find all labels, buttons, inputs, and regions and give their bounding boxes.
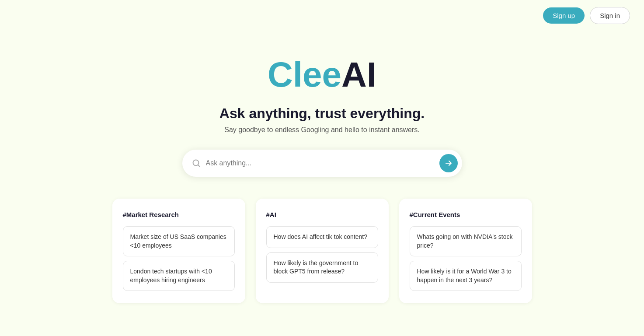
search-icon [192, 159, 201, 168]
query-ai-tiktok[interactable]: How does AI affect tik tok content? [266, 226, 378, 248]
card-ai: #AI How does AI affect tik tok content? … [256, 199, 389, 303]
card-tag-ai: #AI [266, 211, 378, 218]
search-input[interactable] [206, 159, 439, 167]
card-tag-market-research: #Market Research [123, 211, 235, 218]
signin-button[interactable]: Sign in [590, 7, 630, 24]
query-saas-market-size[interactable]: Market size of US SaaS companies <10 emp… [123, 226, 235, 256]
card-current-events: #Current Events Whats going on with NVDI… [399, 199, 532, 303]
query-gpt5-block[interactable]: How likely is the government to block GP… [266, 252, 378, 283]
svg-line-1 [198, 165, 199, 167]
search-bar [182, 150, 462, 177]
query-nvidia-stock[interactable]: Whats going on with NVDIA's stock price? [410, 226, 522, 256]
logo-ai: AI [341, 55, 376, 94]
card-market-research: #Market Research Market size of US SaaS … [112, 199, 245, 303]
main-content: CleeAI Ask anything, trust everything. S… [0, 31, 644, 329]
card-tag-current-events: #Current Events [410, 211, 522, 218]
signup-button[interactable]: Sign up [543, 7, 585, 24]
query-ww3[interactable]: How likely is it for a World War 3 to ha… [410, 261, 522, 291]
header: Sign up Sign in [0, 0, 644, 31]
tagline-sub: Say goodbye to endless Googling and hell… [224, 126, 420, 134]
cards-section: #Market Research Market size of US SaaS … [112, 199, 532, 303]
query-london-tech-startups[interactable]: London tech startups with <10 employees … [123, 261, 235, 291]
logo-clee: Clee [268, 55, 341, 94]
logo: CleeAI [268, 57, 376, 92]
footer: FAQ About Linkedin [0, 329, 644, 336]
tagline-main: Ask anything, trust everything. [219, 105, 425, 122]
search-submit-button[interactable] [439, 154, 458, 172]
